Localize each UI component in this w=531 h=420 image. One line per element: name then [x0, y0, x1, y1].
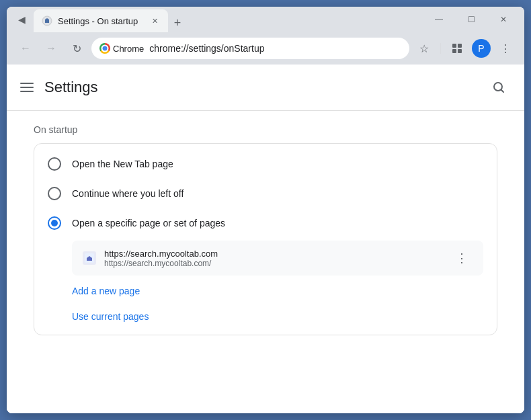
sidebar-menu-button[interactable]: [20, 83, 34, 92]
use-current-pages-link[interactable]: Use current pages: [72, 311, 149, 322]
bookmark-button[interactable]: ☆: [413, 38, 435, 59]
settings-header: Settings: [7, 65, 524, 111]
svg-rect-4: [458, 49, 462, 53]
chrome-logo-icon: [99, 43, 110, 54]
url-bar[interactable]: Chrome chrome://settings/onStartup: [91, 38, 409, 59]
tab-bar-left: ◀: [12, 10, 31, 29]
add-new-page-link[interactable]: Add a new page: [72, 286, 140, 296]
url-sub: https://search.mycooltab.com/: [104, 259, 443, 268]
chrome-badge: Chrome: [99, 43, 144, 54]
tab-history-back[interactable]: ◀: [12, 10, 31, 29]
url-entry: https://search.mycooltab.com https://sea…: [72, 241, 483, 276]
add-page-row: Add a new page: [34, 278, 497, 304]
main-area: PC On startup Open the New Tab page Cont…: [7, 111, 524, 413]
radio-specific[interactable]: [48, 216, 61, 230]
site-favicon: [83, 251, 96, 265]
option-continue[interactable]: Continue where you left off: [34, 179, 497, 208]
extensions-button[interactable]: [446, 38, 468, 59]
svg-line-6: [501, 90, 504, 93]
option-specific-label: Open a specific page or set of pages: [72, 218, 225, 228]
forward-button[interactable]: →: [40, 38, 62, 59]
minimize-button[interactable]: —: [423, 9, 454, 30]
title-bar: ◀ Settings - On startup ✕ + — ☐ ✕: [7, 7, 524, 32]
tab-list: Settings - On startup ✕ +: [34, 7, 421, 32]
active-tab[interactable]: Settings - On startup ✕: [34, 9, 168, 32]
window-controls: — ☐ ✕: [423, 9, 519, 30]
chrome-menu-button[interactable]: ⋮: [495, 38, 516, 59]
url-entry-more-button[interactable]: ⋮: [451, 247, 473, 269]
chrome-label: Chrome: [113, 44, 144, 54]
section-label: On startup: [34, 124, 497, 135]
radio-new-tab[interactable]: [48, 157, 61, 171]
radio-continue[interactable]: [48, 187, 61, 200]
url-info: https://search.mycooltab.com https://sea…: [104, 249, 443, 268]
search-settings-button[interactable]: [487, 75, 511, 99]
browser-window: ◀ Settings - On startup ✕ + — ☐ ✕ ← →: [7, 7, 524, 413]
startup-options-card: Open the New Tab page Continue where you…: [34, 143, 497, 335]
svg-rect-2: [458, 44, 462, 48]
tab-title: Settings - On startup: [58, 16, 144, 26]
reload-button[interactable]: ↻: [66, 38, 87, 59]
svg-rect-1: [452, 44, 456, 48]
use-current-row: Use current pages: [34, 304, 497, 329]
new-tab-button[interactable]: +: [168, 13, 187, 32]
url-text: chrome://settings/onStartup: [149, 43, 401, 54]
maximize-button[interactable]: ☐: [456, 9, 487, 30]
back-button[interactable]: ←: [15, 38, 36, 59]
option-new-tab-label: Open the New Tab page: [72, 159, 173, 169]
close-button[interactable]: ✕: [488, 9, 519, 30]
profile-button[interactable]: P: [472, 39, 491, 58]
settings-header-left: Settings: [20, 79, 98, 96]
option-new-tab[interactable]: Open the New Tab page: [34, 149, 497, 179]
toolbar-divider: [440, 43, 441, 54]
option-specific[interactable]: Open a specific page or set of pages: [34, 208, 497, 238]
tab-close-button[interactable]: ✕: [149, 15, 160, 26]
page-content: Settings PC On startup Open the New Tab …: [7, 65, 524, 413]
tab-favicon: [42, 15, 52, 26]
svg-rect-3: [452, 49, 456, 53]
address-bar: ← → ↻ Chrome chrome://settings/onStartup…: [7, 32, 524, 65]
option-continue-label: Continue where you left off: [72, 188, 183, 199]
page-title: Settings: [44, 79, 98, 96]
url-main: https://search.mycooltab.com: [104, 249, 443, 259]
